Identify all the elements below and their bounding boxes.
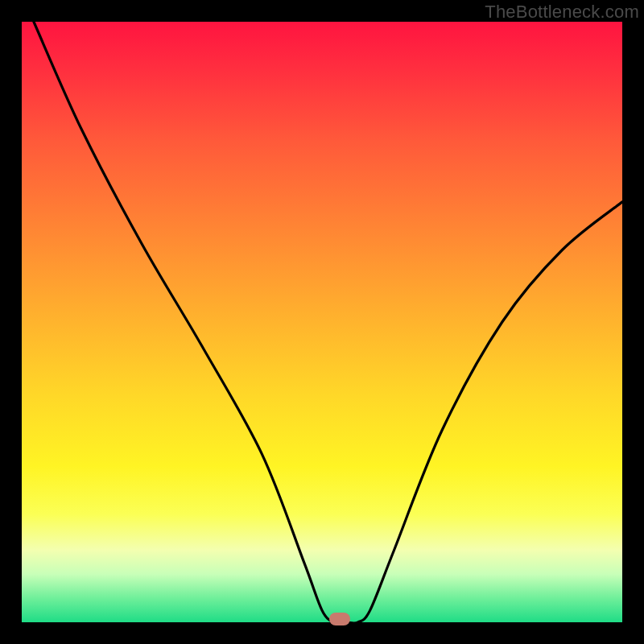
bottleneck-curve <box>0 0 644 644</box>
chart-frame: TheBottleneck.com <box>0 0 644 644</box>
watermark-text: TheBottleneck.com <box>485 2 639 23</box>
optimum-marker <box>329 613 350 625</box>
